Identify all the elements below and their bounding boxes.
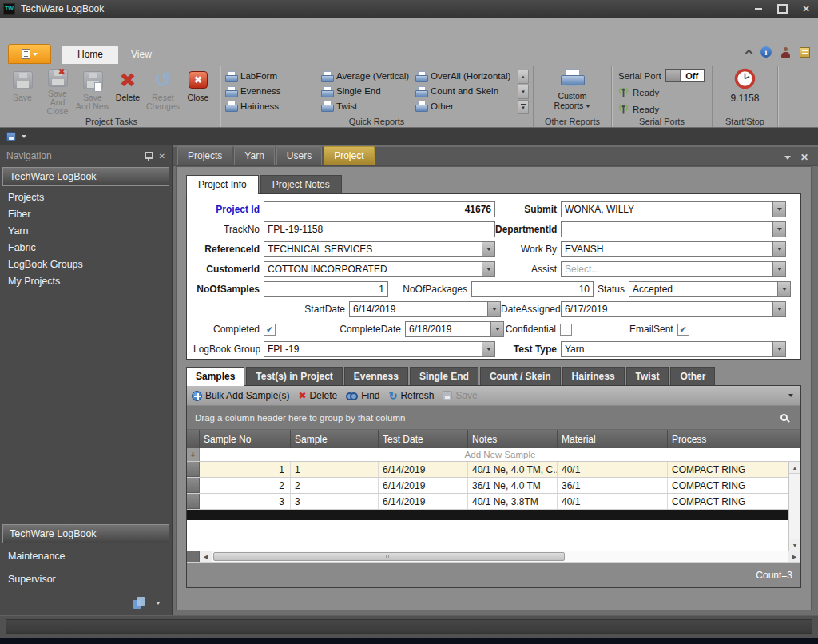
close-panel-icon[interactable] — [159, 150, 165, 161]
logbook-group-field[interactable] — [264, 341, 495, 357]
noofpackages-field[interactable] — [471, 281, 594, 297]
quick-save-icon[interactable] — [6, 132, 16, 141]
column-header-process[interactable]: Process — [668, 430, 800, 448]
dropdown-button[interactable] — [772, 222, 785, 237]
startdate-field[interactable] — [349, 301, 501, 317]
delete-button[interactable]: Delete — [110, 67, 145, 114]
table-row[interactable]: 2 2 6/14/2019 36/1 Ne, 4.0 TM 36/1 COMPA… — [187, 478, 788, 494]
emailsent-checkbox[interactable]: ✔ — [677, 324, 689, 336]
chevron-down-icon[interactable] — [22, 135, 26, 138]
dropdown-button[interactable] — [777, 282, 790, 296]
tab-other[interactable]: Other — [670, 367, 715, 385]
report-evenness[interactable]: Evenness — [225, 84, 321, 99]
dropdown-button[interactable] — [482, 242, 494, 256]
status-field[interactable] — [629, 281, 791, 297]
report-other[interactable]: Other — [415, 98, 514, 113]
tab-single-end[interactable]: Single End — [410, 367, 478, 385]
scroll-up-button[interactable] — [518, 70, 529, 84]
pin-icon[interactable] — [145, 152, 152, 161]
notes-icon[interactable] — [800, 47, 810, 58]
column-header-test-date[interactable]: Test Date — [379, 430, 468, 448]
confidential-checkbox[interactable] — [560, 324, 572, 336]
ribbon-tab-home[interactable]: Home — [62, 46, 118, 64]
dropdown-button[interactable] — [482, 262, 494, 276]
noofsamples-field[interactable] — [264, 281, 388, 297]
submit-field[interactable] — [561, 201, 786, 217]
sidebar-item-logbook-groups[interactable]: LogBook Groups — [0, 256, 172, 273]
nav-bottom-supervisor[interactable]: Supervisor — [0, 568, 172, 591]
column-header-notes[interactable]: Notes — [468, 430, 558, 448]
customerid-field[interactable] — [264, 261, 495, 277]
tab-project-info[interactable]: Project Info — [186, 175, 259, 194]
more-reports-button[interactable] — [518, 100, 529, 114]
tab-tests-in-project[interactable]: Test(s) in Project — [246, 367, 342, 385]
column-header-sample[interactable]: Sample — [291, 430, 379, 448]
group-by-bar[interactable]: Drag a column header here to group by th… — [187, 406, 800, 430]
custom-reports-button[interactable]: CustomReports — [554, 69, 591, 110]
tab-count-skein[interactable]: Count / Skein — [480, 367, 561, 385]
report-hairiness[interactable]: Hairiness — [225, 98, 321, 113]
toolbar-options-button[interactable] — [784, 394, 796, 397]
refresh-button[interactable]: Refresh — [388, 390, 434, 402]
dropdown-button[interactable] — [482, 342, 494, 356]
report-labform[interactable]: LabForm — [225, 69, 321, 84]
horizontal-scrollbar[interactable] — [187, 551, 800, 562]
tab-samples[interactable]: Samples — [186, 367, 244, 386]
workby-field[interactable] — [561, 241, 786, 257]
add-new-sample-row[interactable]: Add New Sample — [187, 448, 800, 462]
column-header-material[interactable]: Material — [558, 430, 668, 448]
nav-bottom-maintenance[interactable]: Maintenance — [0, 545, 172, 568]
tab-twist[interactable]: Twist — [626, 367, 669, 385]
serial-port-toggle[interactable]: Off — [665, 69, 705, 82]
tab-list-dropdown-icon[interactable] — [784, 156, 791, 160]
ribbon-tab-view[interactable]: View — [118, 46, 165, 64]
maximize-button[interactable] — [770, 0, 794, 18]
scroll-up-icon[interactable] — [789, 462, 800, 474]
completed-checkbox[interactable]: ✔ — [264, 324, 276, 336]
minimize-button[interactable] — [746, 0, 770, 18]
application-menu-button[interactable] — [8, 44, 51, 64]
tab-users[interactable]: Users — [276, 146, 322, 165]
report-overall-horizontal[interactable]: OverAll (Horizontal) — [415, 69, 514, 84]
table-row[interactable]: 3 3 6/14/2019 40/1 Ne, 3.8TM 40/1 COMPAC… — [187, 494, 788, 510]
dateassigned-field[interactable] — [561, 301, 786, 317]
referenceid-field[interactable] — [264, 241, 495, 257]
completedate-field[interactable] — [405, 321, 504, 337]
dropdown-button[interactable] — [772, 262, 785, 276]
search-icon[interactable] — [780, 414, 788, 421]
close-document-icon[interactable] — [800, 152, 808, 163]
tab-evenness[interactable]: Evenness — [344, 367, 408, 385]
scroll-down-button[interactable] — [518, 85, 529, 99]
nav-bottom-techware-logbook[interactable]: TechWare LogBook — [2, 524, 169, 543]
scroll-left-icon[interactable] — [200, 551, 212, 562]
report-twist[interactable]: Twist — [321, 98, 415, 113]
sidebar-item-fabric[interactable]: Fabric — [0, 240, 172, 256]
dropdown-button[interactable] — [772, 302, 785, 316]
dropdown-button[interactable] — [487, 302, 500, 316]
report-average-vertical[interactable]: Average (Vertical) — [321, 69, 415, 84]
dropdown-button[interactable] — [772, 342, 785, 356]
report-single-end[interactable]: Single End — [321, 84, 415, 99]
bulk-add-samples-button[interactable]: Bulk Add Sample(s) — [192, 390, 289, 401]
tab-projects[interactable]: Projects — [177, 146, 232, 165]
dropdown-button[interactable] — [772, 242, 785, 256]
tab-project-notes[interactable]: Project Notes — [260, 175, 342, 193]
delete-sample-button[interactable]: Delete — [298, 390, 337, 401]
table-row[interactable]: 1 1 6/14/2019 40/1 Ne, 4.0 TM, C... 40/1… — [187, 462, 788, 478]
clock-icon[interactable] — [734, 68, 756, 89]
dropdown-button[interactable] — [772, 202, 785, 217]
sidebar-item-yarn[interactable]: Yarn — [0, 223, 172, 240]
find-button[interactable]: Find — [346, 390, 379, 401]
sidebar-item-my-projects[interactable]: My Projects — [0, 273, 172, 290]
dropdown-button[interactable] — [490, 322, 503, 336]
tab-yarn[interactable]: Yarn — [234, 146, 274, 165]
departmentid-field[interactable] — [561, 221, 786, 237]
vertical-scrollbar[interactable] — [788, 462, 800, 551]
panels-icon[interactable] — [133, 597, 146, 610]
trackno-field[interactable] — [264, 221, 495, 237]
info-icon[interactable] — [760, 46, 772, 58]
nav-root-item[interactable]: TechWare LogBook — [2, 167, 169, 186]
report-count-and-skein[interactable]: Count and Skein — [415, 84, 514, 99]
test-type-field[interactable] — [561, 341, 786, 357]
collapse-ribbon-icon[interactable] — [745, 50, 753, 58]
